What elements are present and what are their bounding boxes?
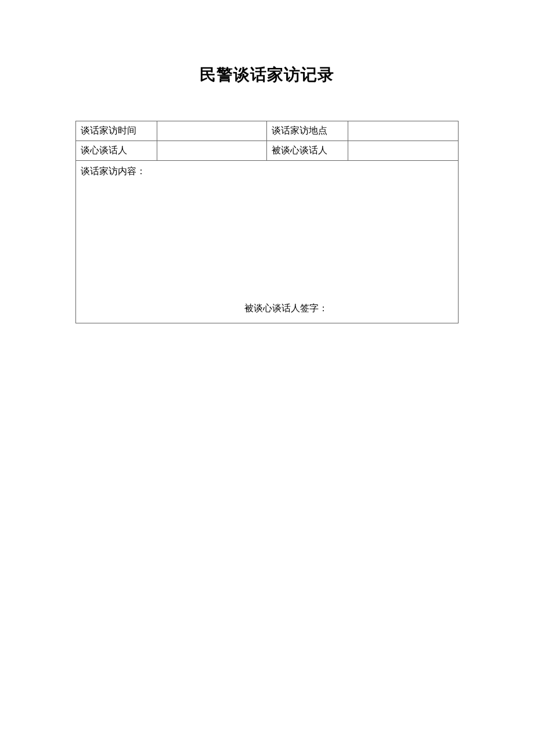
visit-location-label: 谈话家访地点 [267,121,348,141]
visit-time-value [157,121,267,141]
interviewer-value [157,141,267,161]
document-page: 民警谈话家访记录 谈话家访时间 谈话家访地点 谈心谈话人 被谈心谈话人 谈话家访… [0,0,534,323]
visit-time-label: 谈话家访时间 [76,121,157,141]
visit-content-label: 谈话家访内容： [81,164,453,179]
table-row: 谈话家访时间 谈话家访地点 [76,121,459,141]
interviewer-label: 谈心谈话人 [76,141,157,161]
visit-location-value [348,121,459,141]
interviewee-label: 被谈心谈话人 [267,141,348,161]
interviewee-value [348,141,459,161]
table-row: 谈心谈话人 被谈心谈话人 [76,141,459,161]
visit-record-table: 谈话家访时间 谈话家访地点 谈心谈话人 被谈心谈话人 谈话家访内容： 被谈心谈话… [75,121,459,323]
visit-content-cell: 谈话家访内容： 被谈心谈话人签字： [76,161,459,323]
interviewee-signature-label: 被谈心谈话人签字： [244,303,328,315]
table-row: 谈话家访内容： 被谈心谈话人签字： [76,161,459,323]
document-title: 民警谈话家访记录 [75,64,459,86]
